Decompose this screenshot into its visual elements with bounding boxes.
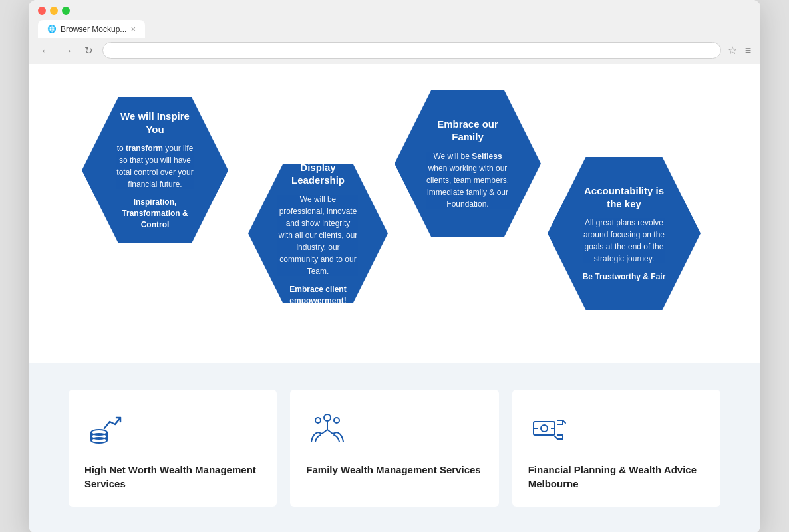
family-hands-icon — [306, 410, 349, 452]
hex-content-accountability: Accountability is the key All great plan… — [561, 170, 687, 297]
hex-body-accountability: All great plans revolve around focusing … — [577, 217, 671, 265]
tab-favicon: 🌐 — [47, 25, 57, 33]
handshake-money-icon — [528, 410, 571, 452]
hex-title-accountability: Accountability is the key — [577, 184, 671, 210]
bookmark-icon[interactable]: ☆ — [728, 44, 737, 57]
hex-body-inspire: to transform your life so that you will … — [112, 142, 198, 190]
forward-button[interactable]: → — [60, 43, 75, 57]
page-content: We will Inspire You to transform your li… — [29, 64, 760, 532]
hexagon-family: Embrace our Family We will be Selfless w… — [394, 90, 541, 237]
coins-chart-icon — [84, 410, 127, 452]
hexagon-leadership: Display Leadership We will be profession… — [248, 164, 388, 303]
hex-tagline-leadership: Embrace client empowerment! — [278, 284, 358, 307]
card-title-financial-planning: Financial Planning & Wealth Advice Melbo… — [528, 463, 705, 491]
tab-close-button[interactable]: × — [130, 24, 136, 34]
address-input[interactable] — [102, 42, 721, 59]
minimize-window-button[interactable] — [50, 7, 58, 15]
svg-point-8 — [315, 418, 321, 423]
hex-body-family: We will be Selfless when working with ou… — [424, 150, 511, 210]
close-window-button[interactable] — [38, 7, 46, 15]
card-financial-planning[interactable]: Financial Planning & Wealth Advice Melbo… — [512, 390, 720, 507]
hex-title-family: Embrace our Family — [424, 118, 511, 144]
hex-tagline-inspire: Inspiration, Transformation & Control — [112, 197, 198, 230]
hex-grid: We will Inspire You to transform your li… — [69, 84, 720, 336]
svg-point-7 — [324, 414, 331, 421]
svg-point-9 — [334, 418, 339, 423]
svg-point-12 — [541, 425, 548, 432]
maximize-window-button[interactable] — [62, 7, 70, 15]
cards-section: High Net Worth Wealth Management Service… — [29, 363, 760, 532]
card-high-net-worth[interactable]: High Net Worth Wealth Management Service… — [69, 390, 277, 507]
cards-grid: High Net Worth Wealth Management Service… — [69, 390, 720, 507]
hexagon-inspire: We will Inspire You to transform your li… — [82, 97, 228, 243]
hex-content-inspire: We will Inspire You to transform your li… — [95, 110, 215, 230]
traffic-lights — [38, 7, 751, 15]
back-button[interactable]: ← — [38, 43, 53, 57]
hex-tagline-accountability: Be Trustworthy & Fair — [583, 271, 666, 283]
hexagon-accountability: Accountability is the key All great plan… — [548, 157, 701, 310]
card-title-family-wealth: Family Wealth Management Services — [306, 463, 480, 477]
refresh-button[interactable]: ↻ — [82, 43, 96, 58]
tab-label: Browser Mockup... — [61, 25, 126, 34]
hex-title-leadership: Display Leadership — [278, 161, 358, 187]
hex-content-family: Embrace our Family We will be Selfless w… — [408, 104, 528, 223]
address-bar-row: ← → ↻ ☆ ≡ — [29, 38, 760, 64]
menu-icon[interactable]: ≡ — [745, 45, 751, 57]
card-title-high-net-worth: High Net Worth Wealth Management Service… — [84, 463, 261, 491]
hex-title-inspire: We will Inspire You — [112, 110, 198, 136]
hex-content-leadership: Display Leadership We will be profession… — [261, 177, 375, 290]
card-family-wealth[interactable]: Family Wealth Management Services — [290, 390, 498, 507]
svg-line-16 — [555, 436, 557, 439]
browser-window: 🌐 Browser Mockup... × ← → ↻ ☆ ≡ We wi — [29, 0, 760, 532]
active-tab[interactable]: 🌐 Browser Mockup... × — [38, 20, 145, 38]
toolbar-icons: ☆ ≡ — [728, 44, 751, 57]
browser-chrome: 🌐 Browser Mockup... × — [29, 0, 760, 38]
tab-bar: 🌐 Browser Mockup... × — [38, 20, 751, 38]
hex-section: We will Inspire You to transform your li… — [29, 64, 760, 363]
hex-body-leadership: We will be professional, innovate and sh… — [278, 194, 358, 277]
